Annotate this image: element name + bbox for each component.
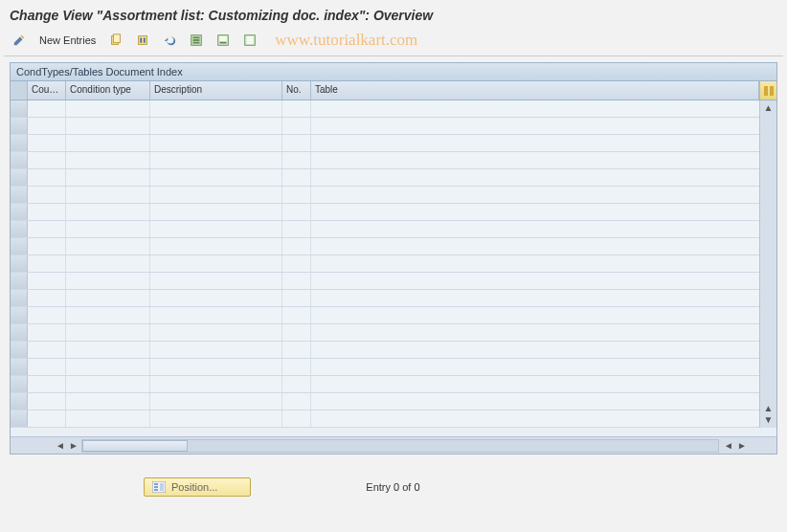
cell-description[interactable] xyxy=(150,324,282,341)
cell-description[interactable] xyxy=(150,410,282,427)
cell-condition-type[interactable] xyxy=(66,255,150,272)
cell-description[interactable] xyxy=(150,342,282,358)
cell-description[interactable] xyxy=(150,169,282,186)
col-header-table[interactable]: Table xyxy=(311,81,759,100)
cell-table[interactable] xyxy=(311,290,776,306)
table-row[interactable] xyxy=(11,118,776,135)
cell-condition-type[interactable] xyxy=(66,410,150,427)
cell-counter[interactable] xyxy=(28,290,66,306)
row-selector[interactable] xyxy=(11,118,28,134)
position-button[interactable]: Position... xyxy=(144,477,251,497)
col-header-counter[interactable]: Coun... xyxy=(28,81,66,100)
scroll-right-step-button[interactable]: ► xyxy=(68,440,79,452)
cell-table[interactable] xyxy=(311,410,776,427)
cell-counter[interactable] xyxy=(28,342,66,358)
cell-table[interactable] xyxy=(311,238,776,255)
row-selector[interactable] xyxy=(11,187,28,203)
cell-description[interactable] xyxy=(150,273,282,289)
cell-description[interactable] xyxy=(150,135,282,151)
row-selector[interactable] xyxy=(11,342,28,358)
cell-counter[interactable] xyxy=(28,359,66,375)
table-settings-button[interactable] xyxy=(238,31,261,50)
row-selector[interactable] xyxy=(11,204,28,220)
scroll-left-end-button[interactable]: ◄ xyxy=(723,440,734,452)
select-column-header[interactable] xyxy=(11,81,28,100)
cell-description[interactable] xyxy=(150,187,282,203)
cell-condition-type[interactable] xyxy=(66,307,150,323)
cell-no[interactable] xyxy=(282,376,311,392)
row-selector[interactable] xyxy=(11,273,28,289)
cell-table[interactable] xyxy=(311,255,776,272)
cell-counter[interactable] xyxy=(28,221,66,237)
cell-no[interactable] xyxy=(282,100,311,117)
table-row[interactable] xyxy=(11,135,776,152)
cell-counter[interactable] xyxy=(28,410,66,427)
row-selector[interactable] xyxy=(11,290,28,306)
cell-table[interactable] xyxy=(311,376,776,392)
cell-no[interactable] xyxy=(282,410,311,427)
cell-counter[interactable] xyxy=(28,238,66,255)
cell-no[interactable] xyxy=(282,324,311,341)
cell-counter[interactable] xyxy=(28,376,66,392)
hscroll-thumb[interactable] xyxy=(82,440,188,452)
cell-no[interactable] xyxy=(282,221,311,237)
cell-counter[interactable] xyxy=(28,204,66,220)
select-all-button[interactable] xyxy=(185,31,208,50)
cell-condition-type[interactable] xyxy=(66,324,150,341)
cell-counter[interactable] xyxy=(28,118,66,134)
row-selector[interactable] xyxy=(11,324,28,341)
cell-counter[interactable] xyxy=(28,393,66,410)
cell-condition-type[interactable] xyxy=(66,187,150,203)
table-row[interactable] xyxy=(11,152,776,169)
cell-table[interactable] xyxy=(311,359,776,375)
cell-counter[interactable] xyxy=(28,169,66,186)
row-selector[interactable] xyxy=(11,135,28,151)
cell-counter[interactable] xyxy=(28,100,66,117)
cell-description[interactable] xyxy=(150,307,282,323)
cell-condition-type[interactable] xyxy=(66,273,150,289)
scroll-down-button[interactable]: ▼ xyxy=(763,414,775,426)
col-header-description[interactable]: Description xyxy=(150,81,282,100)
cell-table[interactable] xyxy=(311,307,776,323)
col-header-condition-type[interactable]: Condition type xyxy=(66,81,150,100)
row-selector[interactable] xyxy=(11,238,28,255)
cell-table[interactable] xyxy=(311,273,776,289)
cell-counter[interactable] xyxy=(28,255,66,272)
cell-no[interactable] xyxy=(282,307,311,323)
cell-description[interactable] xyxy=(150,100,282,117)
cell-no[interactable] xyxy=(282,204,311,220)
cell-condition-type[interactable] xyxy=(66,169,150,186)
row-selector[interactable] xyxy=(11,221,28,237)
table-row[interactable] xyxy=(11,359,776,376)
scroll-up-button[interactable]: ▲ xyxy=(763,102,775,114)
new-entries-button[interactable]: New Entries xyxy=(34,32,101,49)
table-row[interactable] xyxy=(11,342,776,359)
delete-button[interactable] xyxy=(131,31,154,50)
cell-condition-type[interactable] xyxy=(66,221,150,237)
cell-description[interactable] xyxy=(150,118,282,134)
row-selector[interactable] xyxy=(11,169,28,186)
row-selector[interactable] xyxy=(11,255,28,272)
cell-condition-type[interactable] xyxy=(66,376,150,392)
table-row[interactable] xyxy=(11,204,776,221)
cell-no[interactable] xyxy=(282,135,311,151)
cell-description[interactable] xyxy=(150,204,282,220)
cell-table[interactable] xyxy=(311,221,776,237)
col-header-no[interactable]: No. xyxy=(282,81,311,100)
cell-counter[interactable] xyxy=(28,187,66,203)
row-selector[interactable] xyxy=(11,100,28,117)
cell-table[interactable] xyxy=(311,342,776,358)
table-row[interactable]: ▲▲▼ xyxy=(11,100,776,118)
vertical-scrollbar[interactable]: ▲▲▼ xyxy=(759,100,776,428)
cell-no[interactable] xyxy=(282,273,311,289)
cell-no[interactable] xyxy=(282,238,311,255)
configure-columns-button[interactable] xyxy=(759,81,776,100)
cell-no[interactable] xyxy=(282,118,311,134)
cell-table[interactable] xyxy=(311,100,776,117)
cell-condition-type[interactable] xyxy=(66,118,150,134)
deselect-all-button[interactable] xyxy=(212,31,235,50)
cell-description[interactable] xyxy=(150,359,282,375)
cell-condition-type[interactable] xyxy=(66,342,150,358)
undo-button[interactable] xyxy=(158,31,181,50)
cell-table[interactable] xyxy=(311,187,776,203)
